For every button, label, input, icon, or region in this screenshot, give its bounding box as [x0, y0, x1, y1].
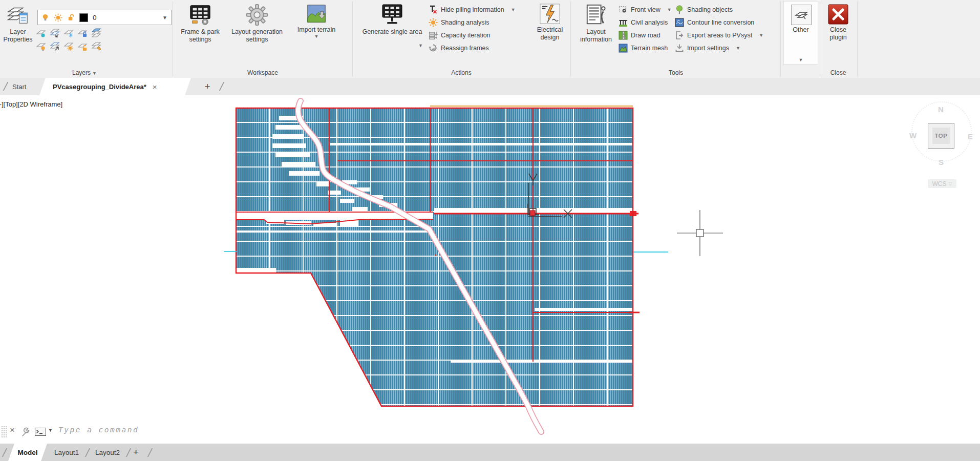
crosshair: [677, 210, 723, 256]
close-command-bar-icon[interactable]: ×: [10, 425, 15, 435]
viewcube-north[interactable]: N: [938, 105, 944, 114]
command-prompt-icon[interactable]: [35, 428, 46, 436]
pvcase-autocad-app: Layer Properties 0 ▼: [0, 0, 980, 461]
road-path[interactable]: [298, 101, 541, 432]
cyan-reference-lines: [224, 252, 668, 252]
command-bar: × ▼: [0, 424, 980, 439]
chevron-down-icon[interactable]: ▼: [48, 428, 53, 433]
viewcube-east[interactable]: E: [968, 132, 973, 141]
layout-tab-bar: Model Layout1 Layout2 +: [0, 444, 980, 461]
wrench-icon[interactable]: [20, 426, 31, 437]
viewcube-top-face[interactable]: TOP: [928, 123, 954, 149]
command-bar-grip[interactable]: [1, 426, 7, 438]
viewcube[interactable]: N W E S TOP WCS▽: [905, 99, 979, 194]
drawing-overlay: [0, 0, 980, 461]
command-input[interactable]: [57, 425, 418, 434]
tab-layout1[interactable]: Layout1: [54, 444, 79, 461]
chevron-down-icon: ▽: [949, 181, 952, 186]
viewport-controls-label[interactable]: [-][Top][2D Wireframe]: [0, 100, 62, 108]
selection-grip[interactable]: [530, 211, 535, 216]
tab-divider: [126, 448, 132, 457]
tab-divider: [85, 448, 91, 457]
tab-layout2[interactable]: Layout2: [95, 444, 120, 461]
viewcube-south[interactable]: S: [939, 158, 944, 166]
wcs-selector[interactable]: WCS▽: [928, 179, 956, 188]
tab-divider: [147, 448, 153, 457]
new-layout-button[interactable]: +: [133, 444, 139, 461]
tab-model[interactable]: Model: [8, 444, 47, 461]
tab-divider: [2, 448, 8, 457]
viewcube-west[interactable]: W: [909, 131, 917, 140]
